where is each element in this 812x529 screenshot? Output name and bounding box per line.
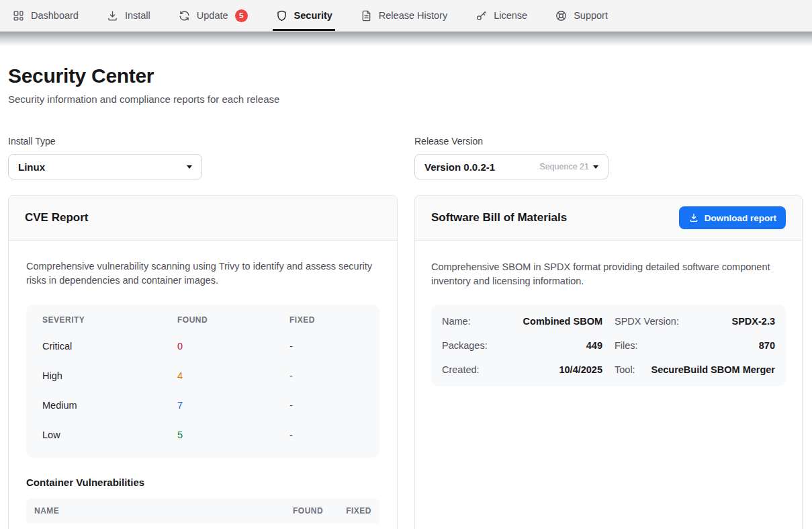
detail-value: 10/4/2025 bbox=[559, 364, 602, 375]
key-icon bbox=[475, 9, 488, 22]
column-header-severity: SEVERITY bbox=[42, 315, 177, 325]
nav-label: Dashboard bbox=[31, 10, 79, 21]
severity-label: Low bbox=[42, 430, 177, 440]
release-sequence: Sequence 21 bbox=[539, 162, 589, 171]
fixed-count: - bbox=[289, 430, 363, 440]
filters-row: Install Type Linux Release Version Versi… bbox=[8, 136, 804, 179]
release-version-value: Version 0.0.2-1 bbox=[424, 161, 495, 173]
cve-report-card: CVE Report Comprehensive vulnerability s… bbox=[8, 195, 398, 529]
cve-card-header: CVE Report bbox=[9, 196, 397, 241]
sbom-detail-tool: Tool: SecureBuild SBOM Merger bbox=[615, 364, 775, 375]
detail-value: SecureBuild SBOM Merger bbox=[651, 364, 775, 375]
sbom-detail-files: Files: 870 bbox=[615, 340, 775, 351]
sbom-card-body: Comprehensive SBOM in SPDX format provid… bbox=[415, 241, 802, 406]
release-version-filter: Release Version Version 0.0.2-1 Sequence… bbox=[414, 136, 803, 179]
top-navigation: Dashboard Install Update 5 Security Rele… bbox=[0, 0, 812, 32]
install-type-select[interactable]: Linux bbox=[8, 154, 202, 179]
fixed-count: - bbox=[289, 341, 363, 352]
install-type-filter: Install Type Linux bbox=[8, 136, 398, 179]
nav-item-update[interactable]: Update 5 bbox=[178, 0, 248, 31]
release-version-label: Release Version bbox=[414, 136, 803, 147]
sbom-details-row: Name: Combined SBOM SPDX Version: SPDX-2… bbox=[442, 309, 775, 333]
shield-icon bbox=[275, 9, 288, 22]
found-count: 0 bbox=[177, 341, 289, 352]
severity-label: Medium bbox=[42, 400, 177, 411]
cve-card-body: Comprehensive vulnerability scanning usi… bbox=[9, 241, 397, 529]
nav-label: Security bbox=[294, 10, 332, 21]
nav-label: Support bbox=[574, 10, 608, 21]
sbom-card-header: Software Bill of Materials Download repo… bbox=[415, 196, 802, 241]
sbom-card-title: Software Bill of Materials bbox=[431, 211, 567, 225]
page-subtitle: Security information and compliance repo… bbox=[8, 93, 804, 105]
sbom-details-row: Created: 10/4/2025 Tool: SecureBuild SBO… bbox=[442, 358, 775, 382]
chevron-down-icon bbox=[187, 165, 192, 169]
page-title: Security Center bbox=[8, 65, 804, 87]
detail-value: SPDX-2.3 bbox=[732, 316, 775, 327]
detail-label: Created: bbox=[442, 364, 480, 375]
release-version-select[interactable]: Version 0.0.2-1 Sequence 21 bbox=[414, 154, 608, 179]
severity-row-high: High 4 - bbox=[26, 361, 379, 391]
found-count: 5 bbox=[177, 430, 289, 440]
header-scroll-shadow bbox=[0, 32, 812, 46]
install-type-value: Linux bbox=[18, 161, 45, 173]
nav-label: Release History bbox=[379, 10, 447, 21]
sbom-details-panel: Name: Combined SBOM SPDX Version: SPDX-2… bbox=[431, 304, 786, 386]
update-count-badge: 5 bbox=[235, 9, 248, 22]
fixed-count: - bbox=[289, 400, 363, 411]
column-header-fixed: FIXED bbox=[346, 506, 371, 516]
sbom-detail-spdx-version: SPDX Version: SPDX-2.3 bbox=[615, 316, 775, 327]
download-report-label: Download report bbox=[705, 213, 776, 223]
severity-label: Critical bbox=[42, 341, 177, 352]
nav-item-security[interactable]: Security bbox=[275, 0, 332, 31]
sbom-details-row: Packages: 449 Files: 870 bbox=[442, 333, 775, 358]
detail-label: Tool: bbox=[615, 364, 635, 375]
detail-value: Combined SBOM bbox=[523, 316, 602, 327]
nav-item-install[interactable]: Install bbox=[106, 0, 150, 31]
nav-item-dashboard[interactable]: Dashboard bbox=[12, 0, 79, 31]
sbom-detail-name: Name: Combined SBOM bbox=[442, 316, 602, 327]
container-vulnerabilities-title: Container Vulnerabilities bbox=[26, 477, 379, 488]
detail-value: 449 bbox=[586, 340, 602, 351]
nav-item-license[interactable]: License bbox=[475, 0, 527, 31]
detail-label: SPDX Version: bbox=[615, 316, 679, 327]
download-icon bbox=[688, 212, 699, 223]
detail-label: Files: bbox=[615, 340, 638, 351]
nav-label: Install bbox=[125, 10, 150, 21]
cve-description: Comprehensive vulnerability scanning usi… bbox=[26, 259, 379, 288]
severity-table: SEVERITY FOUND FIXED Critical 0 - High 4… bbox=[26, 304, 379, 458]
fixed-count: - bbox=[289, 370, 363, 381]
nav-label: Update bbox=[197, 10, 228, 21]
found-count: 7 bbox=[177, 400, 289, 411]
column-header-name: NAME bbox=[34, 506, 270, 516]
nav-item-support[interactable]: Support bbox=[555, 0, 608, 31]
found-count: 4 bbox=[177, 370, 289, 381]
detail-value: 870 bbox=[759, 340, 775, 351]
severity-row-low: Low 5 - bbox=[26, 420, 379, 450]
container-vulnerabilities-table-header: NAME FOUND FIXED bbox=[26, 498, 379, 524]
sbom-description: Comprehensive SBOM in SPDX format provid… bbox=[431, 260, 786, 288]
download-report-button[interactable]: Download report bbox=[679, 206, 786, 229]
chevron-down-icon bbox=[593, 165, 598, 169]
severity-label: High bbox=[42, 370, 177, 381]
download-icon bbox=[106, 9, 119, 22]
sbom-detail-created: Created: 10/4/2025 bbox=[442, 364, 602, 375]
severity-row-critical: Critical 0 - bbox=[26, 331, 379, 361]
column-header-found: FOUND bbox=[177, 315, 289, 325]
nav-item-release-history[interactable]: Release History bbox=[360, 0, 447, 31]
lifebuoy-icon bbox=[555, 9, 568, 22]
nav-label: License bbox=[494, 10, 527, 21]
dashboard-grid-icon bbox=[12, 9, 25, 22]
refresh-icon bbox=[178, 9, 191, 22]
install-type-label: Install Type bbox=[8, 136, 398, 147]
document-icon bbox=[360, 9, 373, 22]
severity-row-medium: Medium 7 - bbox=[26, 391, 379, 420]
detail-label: Name: bbox=[442, 316, 471, 327]
column-header-found: FOUND bbox=[293, 506, 323, 516]
cve-card-title: CVE Report bbox=[25, 211, 88, 225]
sbom-card: Software Bill of Materials Download repo… bbox=[414, 195, 803, 529]
sbom-detail-packages: Packages: 449 bbox=[442, 340, 602, 351]
column-header-fixed: FIXED bbox=[289, 315, 363, 325]
detail-label: Packages: bbox=[442, 340, 488, 351]
severity-table-header: SEVERITY FOUND FIXED bbox=[26, 315, 379, 331]
cards-row: CVE Report Comprehensive vulnerability s… bbox=[8, 195, 804, 529]
